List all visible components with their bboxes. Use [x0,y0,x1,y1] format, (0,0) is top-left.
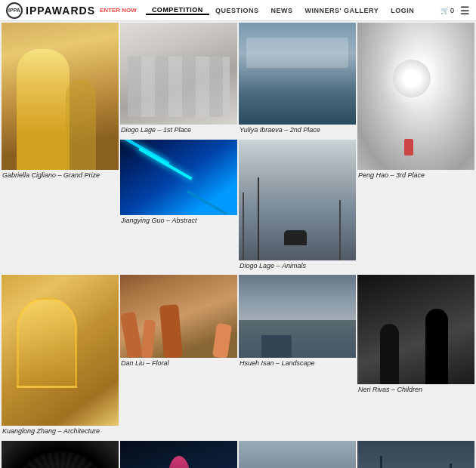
photographer-name-1: Gabriella Cigliano [2,171,56,179]
photo-card-7[interactable]: Diogo Lage – Animals [239,140,356,274]
cart-count: 0 [450,7,454,14]
award-label-4: 3rd Place [396,171,425,179]
award-label-11: Landscape [282,359,315,367]
nav-questions[interactable]: QUESTIONS [209,7,265,14]
logo-icon: IPPA [6,2,23,19]
cart-area[interactable]: 🛒 0 [440,7,454,14]
photo-card-2[interactable]: Diogo Lage – 1st Place [120,23,237,138]
photo-caption-2: Diogo Lage – 1st Place [120,125,237,138]
logo-icon-text: IPPA [8,8,20,13]
photographer-name-11: Hsueh Isan [240,359,274,367]
photo-card-4[interactable]: Peng Hao – 3rd Place [357,23,474,273]
hamburger-menu[interactable]: ☰ [460,5,470,17]
nav-winners-gallery[interactable]: WINNERS' GALLERY [298,7,385,14]
photo-gallery: Gabriella Cigliano – Grand Prize Diogo L… [0,21,476,468]
photo-image-1 [2,23,119,170]
photo-caption-5: Kuanglong Zhang – Architecture [2,426,119,439]
photo-card-14[interactable] [120,441,237,468]
photo-card-16[interactable] [357,441,474,468]
photographer-name-4: Peng Hao [358,171,388,179]
photo-caption-1: Gabriella Cigliano – Grand Prize [2,170,119,183]
main-nav: COMPETITION QUESTIONS NEWS WINNERS' GALL… [146,6,440,15]
photo-caption-10: Dan Liu – Floral [120,358,237,371]
photo-card-10[interactable]: Dan Liu – Floral [120,275,237,439]
photo-card-1[interactable]: Gabriella Cigliano – Grand Prize [2,23,119,273]
award-label-10: Floral [152,359,169,367]
photographer-name-5: Kuanglong Zhang [2,427,56,435]
award-label-6: Abstract [172,217,197,224]
enter-now-link[interactable]: ENTER NOW [100,7,137,14]
photo-card-3[interactable]: Yuliya Ibraeva – 2nd Place [239,23,356,138]
header-right: 🛒 0 ☰ [440,5,470,17]
photographer-name-8: Neri Rivas [358,386,390,393]
cart-icon: 🛒 [440,7,449,14]
photo-caption-7: Diogo Lage – Animals [239,260,356,274]
photo-card-15[interactable]: Bian Peng – Lifestyle [239,441,356,468]
award-label-7: Animals [282,262,306,269]
photographer-name-7: Diogo Lage [240,262,274,269]
award-label-2: 1st Place [163,126,191,134]
photographer-name-3: Yuliya Ibraeva [240,126,283,134]
photo-caption-3: Yuliya Ibraeva – 2nd Place [239,125,356,138]
photo-caption-6: Jiangying Guo – Abstract [120,215,237,229]
nav-news[interactable]: NEWS [264,7,298,14]
photo-card-5[interactable]: Kuanglong Zhang – Architecture [2,275,119,439]
photo-card-6[interactable]: Jiangying Guo – Abstract [120,140,237,274]
photographer-name-10: Dan Liu [121,359,144,367]
photo-card-8[interactable]: Neri Rivas – Children [357,275,474,439]
photo-caption-4: Peng Hao – 3rd Place [357,170,474,183]
photo-card-13[interactable] [2,441,119,468]
award-label-1: Grand Prize [63,171,100,179]
logo-area: IPPA IPPAWARDS [6,2,95,19]
award-label-5: Architecture [63,427,100,435]
photographer-name-6: Jiangying Guo [121,217,165,224]
award-label-8: Children [397,386,423,393]
award-label-3: 2nd Place [290,126,320,134]
photo-card-11[interactable]: Hsueh Isan – Landscape [239,275,356,439]
photo-caption-11: Hsueh Isan – Landscape [239,358,356,371]
photo-caption-8: Neri Rivas – Children [357,384,474,398]
site-header: IPPA IPPAWARDS ENTER NOW COMPETITION QUE… [0,0,476,21]
photographer-name-2: Diogo Lage [121,126,156,134]
logo-text[interactable]: IPPAWARDS [26,5,95,17]
nav-login[interactable]: LOGIN [385,7,420,14]
nav-competition[interactable]: COMPETITION [146,6,209,15]
